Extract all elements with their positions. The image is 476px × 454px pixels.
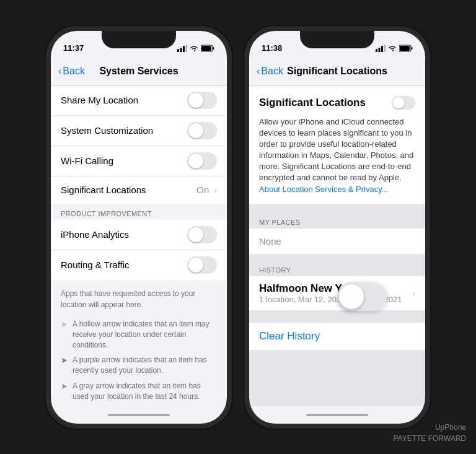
places-none: None xyxy=(249,229,425,254)
location-description: Apps that have requested access to your … xyxy=(51,281,227,317)
system-customization-item[interactable]: System Customization xyxy=(51,116,227,146)
system-customization-toggle[interactable] xyxy=(187,122,217,139)
iphone-analytics-item[interactable]: iPhone Analytics xyxy=(51,220,227,250)
gray-arrow-icon: ➤ xyxy=(61,382,68,391)
left-nav-bar: ‹ Back System Services xyxy=(51,58,227,85)
purple-arrow-icon: ➤ xyxy=(61,356,68,365)
svg-rect-3 xyxy=(186,45,188,52)
svg-rect-8 xyxy=(379,48,381,52)
right-screen: Significant Locations Allow your iPhone … xyxy=(249,85,425,406)
left-back-button[interactable]: ‹ Back xyxy=(58,66,85,77)
right-chevron-left-icon: ‹ xyxy=(257,66,260,77)
svg-rect-2 xyxy=(183,46,185,52)
right-battery-icon xyxy=(399,45,413,52)
svg-rect-9 xyxy=(381,46,383,52)
share-location-toggle[interactable] xyxy=(187,92,217,109)
right-wifi-icon xyxy=(388,45,397,52)
hollow-arrow-icon: ➤ xyxy=(61,320,68,329)
gray-arrow-text: A gray arrow indicates that an item has … xyxy=(73,381,217,402)
sig-loc-card: Significant Locations Allow your iPhone … xyxy=(249,85,425,204)
sig-loc-description: Allow your iPhone and iCloud connected d… xyxy=(259,116,415,195)
significant-locations-chevron: › xyxy=(214,185,217,195)
iphone-analytics-label: iPhone Analytics xyxy=(61,229,187,240)
significant-locations-value: On xyxy=(196,185,209,195)
right-phone: 11:38 ‹ Back Significant xyxy=(244,26,430,429)
clear-history-button[interactable]: Clear History xyxy=(249,323,425,350)
back-label: Back xyxy=(63,66,85,77)
svg-rect-13 xyxy=(412,47,413,50)
wifi-calling-label: Wi-Fi Calling xyxy=(61,155,187,166)
sig-loc-card-header: Significant Locations xyxy=(259,94,415,111)
svg-rect-0 xyxy=(177,49,179,52)
svg-rect-7 xyxy=(376,49,377,52)
hollow-arrow-text: A hollow arrow indicates that an item ma… xyxy=(73,319,217,350)
purple-arrow-indicator: ➤ A purple arrow indicates that an item … xyxy=(51,352,227,378)
right-time: 11:38 xyxy=(262,43,282,53)
right-notch xyxy=(300,31,374,48)
svg-rect-6 xyxy=(213,47,214,50)
share-location-label: Share My Location xyxy=(61,95,187,105)
left-status-bar: 11:37 xyxy=(51,31,227,58)
large-toggle-thumb xyxy=(339,284,364,309)
system-customization-label: System Customization xyxy=(61,125,187,136)
share-location-item[interactable]: Share My Location xyxy=(51,85,227,116)
left-home-bar xyxy=(108,414,170,416)
iphone-analytics-toggle[interactable] xyxy=(187,226,217,243)
gray-arrow-indicator: ➤ A gray arrow indicates that an item ha… xyxy=(51,378,227,404)
svg-rect-5 xyxy=(201,46,211,51)
right-home-bar xyxy=(306,414,368,416)
my-places-section: MY PLACES None xyxy=(249,214,425,254)
svg-rect-10 xyxy=(384,45,386,52)
history-chevron: › xyxy=(412,288,415,298)
svg-rect-1 xyxy=(180,48,182,52)
routing-traffic-item[interactable]: Routing & Traffic xyxy=(51,250,227,280)
left-toggle-section: Share My Location System Customization W… xyxy=(51,85,227,204)
clear-history-label: Clear History xyxy=(259,330,320,342)
right-nav-title: Significant Locations xyxy=(287,66,387,77)
location-description-text: Apps that have requested access to your … xyxy=(61,289,195,310)
right-back-button[interactable]: ‹ Back xyxy=(257,66,283,77)
hollow-arrow-indicator: ➤ A hollow arrow indicates that an item … xyxy=(51,316,227,352)
left-status-icons xyxy=(177,45,214,52)
svg-rect-12 xyxy=(400,46,410,51)
wifi-calling-item[interactable]: Wi-Fi Calling xyxy=(51,146,227,177)
routing-traffic-label: Routing & Traffic xyxy=(61,260,187,270)
left-time: 11:37 xyxy=(63,43,84,53)
product-section: iPhone Analytics Routing & Traffic xyxy=(51,220,227,280)
watermark-line2: PAYETTE FORWARD xyxy=(393,433,466,444)
watermark-line1: UpPhone xyxy=(393,422,466,433)
my-places-header: MY PLACES xyxy=(249,214,425,229)
product-improvement-header: PRODUCT IMPROVEMENT xyxy=(51,205,227,220)
purple-arrow-text: A purple arrow indicates that an item ha… xyxy=(73,355,217,376)
sig-loc-card-title: Significant Locations xyxy=(259,97,366,109)
wifi-calling-toggle[interactable] xyxy=(187,152,217,170)
right-status-bar: 11:38 xyxy=(249,31,425,58)
history-header: HISTORY xyxy=(249,261,425,276)
routing-traffic-toggle[interactable] xyxy=(187,256,217,274)
left-phone: 11:37 ‹ Back System Servi xyxy=(46,26,232,429)
left-screen: Share My Location System Customization W… xyxy=(51,85,227,406)
left-home-indicator xyxy=(51,406,227,424)
large-toggle-overlay xyxy=(337,282,387,311)
watermark: UpPhone PAYETTE FORWARD xyxy=(393,422,466,444)
right-home-indicator xyxy=(249,406,425,424)
wifi-icon xyxy=(190,45,198,52)
sig-loc-description-text: Allow your iPhone and iCloud connected d… xyxy=(259,117,413,183)
signal-icon xyxy=(177,45,187,52)
left-nav-title: System Services xyxy=(99,66,178,77)
right-back-label: Back xyxy=(261,66,283,77)
about-location-link[interactable]: About Location Services & Privacy... xyxy=(259,185,389,194)
right-status-icons xyxy=(376,45,413,52)
significant-locations-item[interactable]: Significant Locations On › xyxy=(51,177,227,204)
chevron-left-icon: ‹ xyxy=(58,66,61,77)
sig-loc-toggle[interactable] xyxy=(392,95,415,109)
notch xyxy=(102,31,176,48)
battery-icon xyxy=(201,45,214,52)
significant-locations-label: Significant Locations xyxy=(61,185,196,195)
right-signal-icon xyxy=(376,45,386,52)
right-nav-bar: ‹ Back Significant Locations xyxy=(249,58,425,85)
history-section: HISTORY Halfmoon New York 1 location, Ma… xyxy=(249,261,425,310)
